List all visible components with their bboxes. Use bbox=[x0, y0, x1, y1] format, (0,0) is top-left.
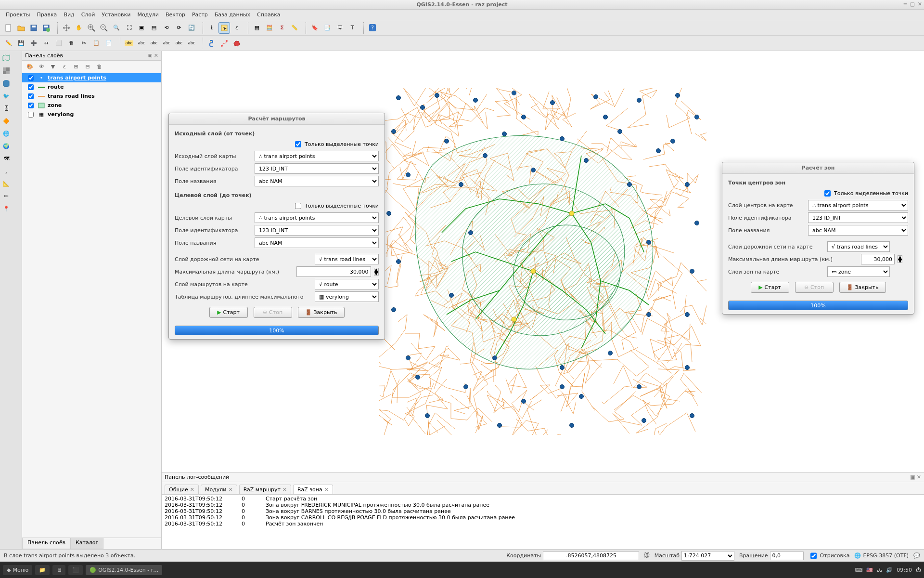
paste-icon[interactable]: 📄 bbox=[103, 38, 115, 49]
src-namefield-select[interactable]: abc NAM bbox=[255, 176, 379, 186]
add-feature-icon[interactable]: ➕ bbox=[28, 38, 39, 49]
zoom-in-icon[interactable] bbox=[86, 22, 97, 34]
layer-checkbox[interactable] bbox=[28, 93, 34, 99]
add-raster-icon[interactable] bbox=[1, 66, 12, 76]
src-only-selected-checkbox[interactable] bbox=[295, 141, 301, 147]
label-tool6-icon[interactable]: abc bbox=[186, 38, 197, 49]
copy-icon[interactable]: 📋 bbox=[90, 38, 102, 49]
tray-network-icon[interactable]: 🖧 bbox=[877, 567, 882, 573]
src-idfield-select[interactable]: 123 ID_INT bbox=[255, 163, 379, 174]
field-calc-icon[interactable]: 🧮 bbox=[264, 22, 275, 34]
road-layer-select[interactable]: √ trans road lines bbox=[315, 254, 379, 264]
label-tool4-icon[interactable]: abc bbox=[161, 38, 172, 49]
help-icon[interactable]: ? bbox=[367, 22, 378, 34]
taskbar-icon[interactable]: ⬛ bbox=[68, 565, 83, 575]
log-tab-raz-zone[interactable]: RaZ зона✕ bbox=[293, 485, 333, 494]
menu-help[interactable]: Справка bbox=[254, 11, 283, 19]
layer-checkbox[interactable] bbox=[28, 84, 34, 90]
zoom-native-icon[interactable]: 🔍 bbox=[111, 22, 122, 34]
close-button[interactable]: 🚪Закрыть bbox=[298, 307, 345, 318]
spin-down[interactable]: ▼ bbox=[374, 272, 378, 275]
label-tool2-icon[interactable]: abc bbox=[136, 38, 147, 49]
scale-select[interactable]: 1:724 027 bbox=[681, 551, 734, 561]
layer-visibility-icon[interactable]: 👁 bbox=[37, 62, 46, 72]
layer-remove-icon[interactable]: 🗑 bbox=[94, 62, 104, 72]
new-bookmark-icon[interactable]: 📑 bbox=[321, 22, 333, 34]
measure-icon[interactable]: 📏 bbox=[289, 22, 300, 34]
layer-item-route[interactable]: route bbox=[22, 82, 161, 92]
add-oracle-icon[interactable]: 🔶 bbox=[1, 116, 12, 126]
layer-item-roads[interactable]: trans road lines bbox=[22, 92, 161, 101]
layers-list[interactable]: • trans airport points route trans road … bbox=[22, 73, 161, 538]
node-tool-icon[interactable]: ⬜ bbox=[53, 38, 64, 49]
label-tool3-icon[interactable]: abc bbox=[148, 38, 160, 49]
tray-volume-icon[interactable]: 🔊 bbox=[886, 567, 893, 573]
move-feature-icon[interactable]: ↔ bbox=[40, 38, 52, 49]
start-button[interactable]: ▶Старт bbox=[209, 307, 248, 318]
tgt-only-selected-checkbox[interactable] bbox=[295, 203, 301, 209]
start-menu-button[interactable]: ◆ Меню bbox=[3, 565, 32, 575]
extents-toggle-icon[interactable]: 🐭 bbox=[644, 552, 649, 559]
add-mssql-icon[interactable]: 🗄 bbox=[1, 103, 12, 114]
layers-undock-icon[interactable]: ▣ bbox=[147, 53, 152, 59]
menu-view[interactable]: Вид bbox=[61, 11, 77, 19]
menu-projects[interactable]: Проекты bbox=[3, 11, 33, 19]
route-layer-select[interactable]: √ route bbox=[315, 279, 379, 289]
close-icon[interactable]: ✕ bbox=[228, 486, 232, 493]
tray-clock[interactable]: 09:50 bbox=[897, 567, 912, 573]
rotation-input[interactable] bbox=[770, 552, 804, 560]
zoom-selection-icon[interactable]: ▣ bbox=[136, 22, 147, 34]
menu-edit[interactable]: Правка bbox=[34, 11, 60, 19]
log-undock-icon[interactable]: ▣ bbox=[910, 474, 915, 480]
pan-selection-icon[interactable]: ✋ bbox=[73, 22, 85, 34]
tgt-layer-select[interactable]: ∴ trans airport points bbox=[255, 212, 379, 223]
log-tab-plugins[interactable]: Модули✕ bbox=[201, 485, 237, 494]
zones-maxlen-input[interactable] bbox=[861, 254, 895, 264]
tray-keyboard-icon[interactable]: ⌨ bbox=[855, 567, 862, 573]
layer-item-verylong[interactable]: ▦ verylong bbox=[22, 110, 161, 119]
add-virtual-icon[interactable]: 📐 bbox=[1, 178, 12, 189]
tgt-namefield-select[interactable]: abc NAM bbox=[255, 237, 379, 248]
edit-toggle-icon[interactable]: ✏️ bbox=[3, 38, 14, 49]
zoom-next-icon[interactable]: ⟳ bbox=[173, 22, 185, 34]
add-csv-icon[interactable]: , bbox=[1, 166, 12, 176]
stats-icon[interactable]: Σ bbox=[276, 22, 288, 34]
tab-layers[interactable]: Панель слоёв bbox=[22, 538, 71, 549]
layer-style-icon[interactable]: 🎨 bbox=[25, 62, 35, 72]
add-wms-icon[interactable]: 🌐 bbox=[1, 128, 12, 139]
center-layer-select[interactable]: ∴ trans airport points bbox=[808, 200, 908, 210]
layer-filter-icon[interactable]: ▼ bbox=[48, 62, 58, 72]
deselect-icon[interactable]: ε bbox=[231, 22, 243, 34]
add-wcs-icon[interactable]: 🌍 bbox=[1, 141, 12, 151]
close-button[interactable]: ✕ bbox=[918, 1, 922, 7]
open-project-icon[interactable] bbox=[15, 22, 27, 34]
log-tab-general[interactable]: Общие✕ bbox=[165, 485, 199, 494]
zoom-layer-icon[interactable]: ▤ bbox=[148, 22, 160, 34]
log-body[interactable]: 2016-03-31T09:50:120Старт расчёта зон201… bbox=[162, 495, 924, 549]
layer-expr-icon[interactable]: ε bbox=[60, 62, 69, 72]
src-layer-select[interactable]: ∴ trans airport points bbox=[255, 151, 379, 161]
add-wfs-icon[interactable]: 🗺 bbox=[1, 153, 12, 164]
new-project-icon[interactable] bbox=[3, 22, 14, 34]
maxlen-input[interactable] bbox=[296, 266, 371, 277]
maximize-button[interactable]: ▢ bbox=[910, 1, 914, 7]
layer-checkbox[interactable] bbox=[28, 75, 34, 81]
identify-icon[interactable]: ℹ bbox=[206, 22, 218, 34]
layer-expand-icon[interactable]: ⊞ bbox=[71, 62, 81, 72]
zones-road-select[interactable]: √ trans road lines bbox=[827, 241, 890, 252]
add-vector-icon[interactable] bbox=[1, 53, 12, 64]
zones-close-button[interactable]: 🚪Закрыть bbox=[839, 282, 886, 293]
crs-button[interactable]: 🌐EPSG:3857 (OTF) bbox=[854, 552, 909, 559]
zones-start-button[interactable]: ▶Старт bbox=[751, 282, 789, 293]
plugin-route-icon[interactable] bbox=[218, 38, 230, 49]
pan-icon[interactable] bbox=[61, 22, 72, 34]
layer-checkbox[interactable] bbox=[28, 103, 34, 108]
label-tool5-icon[interactable]: abc bbox=[173, 38, 185, 49]
close-icon[interactable]: ✕ bbox=[324, 486, 329, 493]
python-console-icon[interactable] bbox=[206, 38, 218, 49]
save-edits-icon[interactable]: 💾 bbox=[15, 38, 27, 49]
delete-icon[interactable]: 🗑 bbox=[65, 38, 77, 49]
close-icon[interactable]: ✕ bbox=[190, 486, 194, 493]
zones-namefield-select[interactable]: abc NAM bbox=[808, 225, 908, 236]
log-tab-raz-route[interactable]: RaZ маршрут✕ bbox=[239, 485, 291, 494]
